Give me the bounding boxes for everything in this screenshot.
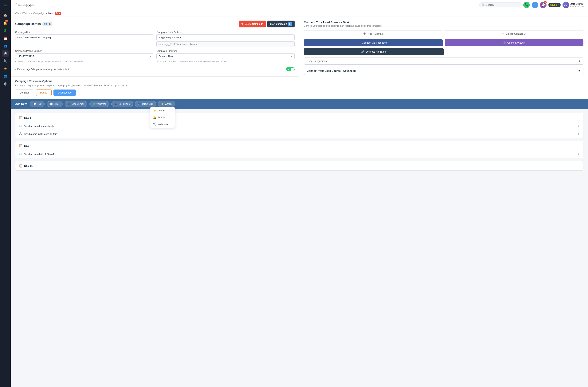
campaign-email-input[interactable] [156, 34, 294, 40]
action-item-icon: ⚡ [153, 109, 156, 112]
facebook-button[interactable]: f Connect Via Facebook [304, 39, 443, 46]
pause-button[interactable]: Pause [36, 90, 52, 96]
sidebar-item-home[interactable]: 🏠 [2, 12, 9, 19]
day-1-label: Day 1 [24, 116, 31, 119]
phone-hint: ● You won't be able to change the number… [15, 60, 153, 63]
upload-contacts-button[interactable]: ⬆ Upload Contact(S) [445, 30, 584, 37]
campaign-phone-label: Campaign Phone Number [15, 50, 153, 52]
response-title: Campaign Response Options [15, 80, 294, 83]
notification-badge: 10 [5, 20, 8, 22]
step-email-1130[interactable]: ✉️ Send an email At 11:30 AM ▼ [15, 150, 583, 158]
steps-area: 📋 Day 1 ✉️ Send an email Immediately ▼ 💬… [11, 109, 588, 387]
contacts-count: (0) [48, 23, 51, 25]
email-step-icon-4: ✉️ [19, 153, 22, 156]
logo-name: salespype [18, 3, 34, 7]
lead-source-basic-desc: Connect your lead source below to start … [304, 24, 584, 27]
form-row-2: Campaign Phone Number +15177605935 ● You… [15, 50, 294, 63]
add-text-button[interactable]: 💬 Text [30, 101, 45, 107]
step-chevron-4: ▼ [577, 153, 580, 156]
video-icon: 📹 [68, 103, 71, 105]
panel-header: Campaign Details 👥 (0) 🗑 Delete Campaign [15, 21, 294, 27]
lead-source-panel: Connect Your Lead Source - Basic Connect… [299, 17, 588, 99]
messages-btn[interactable]: 💬 10 [540, 2, 546, 8]
sidebar: ☰ 🏠 🔔 10 💲 📅 👥 📢 🔍 ⚡ 🌐 ⚙️ [0, 0, 11, 387]
response-section: Campaign Response Options If a contact r… [11, 76, 299, 99]
lead-source-advanced[interactable]: Connect Your Lead Source - Advanced ▼ [304, 67, 584, 75]
activity-item-icon: 🔔 [153, 116, 156, 119]
direct-integrations-label: Direct integrations [307, 60, 327, 63]
lead-source-basic-title: Connect Your Lead Source - Basic [304, 21, 584, 24]
step-email-text: Send an email Immediately [24, 125, 54, 128]
email-step-icon: ✉️ [19, 125, 22, 128]
api-icon: 🔗 [503, 41, 506, 44]
email-icon: ✉️ [50, 103, 53, 105]
sidebar-item-billing[interactable]: 💲 [2, 27, 9, 34]
call-bridge-icon: 📞 [115, 103, 117, 105]
day-11-icon: 📋 [19, 164, 23, 168]
direct-integrations[interactable]: Direct integrations ▼ [304, 58, 584, 65]
start-campaign-button[interactable]: Start Campaign ▶ [267, 21, 294, 27]
sidebar-item-search[interactable]: 🔍 [2, 58, 9, 64]
response-desc: If a contact responds you can keep the c… [15, 84, 294, 87]
lead-advanced-title: Connect Your Lead Source - Advanced [307, 69, 356, 72]
sidebar-item-calendar[interactable]: 📅 [2, 35, 9, 42]
user-info[interactable]: JG Jeff Grimm info@gets3.com [563, 2, 584, 8]
voicemail-icon: 🎙️ [92, 103, 95, 105]
add-video-email-button[interactable]: 📹 Video Email [65, 101, 87, 107]
step-email-1130-text: Send an email At 11:30 AM [24, 153, 54, 156]
add-direct-mail-button[interactable]: 📬 Direct Mail [135, 101, 156, 107]
dropdown-item-activity[interactable]: 🔔 Activity [150, 114, 175, 121]
search-input[interactable] [486, 3, 519, 6]
user-email: info@gets3.com [570, 5, 584, 7]
delete-campaign-button[interactable]: 🗑 Delete Campaign [239, 21, 266, 27]
add-email-button[interactable]: ✉️ Email [47, 101, 63, 107]
dropdown-item-action[interactable]: ⚡ Action [150, 107, 175, 114]
add-voicemail-button[interactable]: 🎙️ Voicemail [89, 101, 109, 107]
dropdown-item-webhook[interactable]: 🔧 Webhook [150, 121, 175, 128]
unsubscribe-button[interactable]: Unsubscribe [53, 90, 76, 96]
day-4-label: Day 4 [24, 144, 31, 147]
webhook-item-icon: 🔧 [153, 123, 156, 126]
campaign-details-panel: Campaign Details 👥 (0) 🗑 Delete Campaign [11, 17, 299, 99]
chevron-down-icon: ▼ [578, 60, 581, 63]
zapier-button[interactable]: 🔗 Connect Via Zapier [304, 48, 444, 55]
lead-source-grid-top: ➕ Add A Contact ⬆ Upload Contact(S) [304, 30, 584, 37]
day-block-4: 📋 Day 4 ✉️ Send an email At 11:30 AM ▼ [15, 141, 584, 158]
phone-btn[interactable]: 📞 [523, 2, 530, 8]
main-container: // salespype 🔍 📞 ＋ 💬 10 $305.87 JG Jeff … [11, 0, 588, 387]
add-btn[interactable]: ＋ [532, 2, 538, 8]
panel-title: Campaign Details 👥 (0) [15, 22, 53, 26]
campaign-timezone-select[interactable]: Eastern Time [156, 53, 294, 59]
day-4-icon: 📋 [19, 144, 23, 147]
topnav-actions: 📞 ＋ 💬 10 $305.87 JG Jeff Grimm info@gets… [523, 2, 584, 8]
plus-icon: ➕ [363, 32, 366, 35]
add-call-bridge-button[interactable]: 📞 Call Bridge [111, 101, 133, 107]
timezone-hint: ● You won't be able to change the timezo… [156, 60, 294, 63]
campaign-name-input[interactable] [15, 34, 153, 40]
sidebar-item-globe[interactable]: 🌐 [2, 73, 9, 80]
pause-toggle[interactable] [286, 67, 294, 71]
search-icon: 🔍 [482, 3, 485, 6]
sms-step-icon: 💬 [19, 132, 22, 136]
delete-label: Delete Campaign [245, 23, 263, 25]
continue-button[interactable]: Continue [15, 90, 34, 96]
action-dropdown-menu: ⚡ Action 🔔 Activity 🔧 Webhook [150, 107, 175, 128]
start-label: Start Campaign [270, 23, 287, 25]
step-sms-15min[interactable]: 💬 Send a sms in 0 Hours 15 Min ▼ [15, 130, 583, 138]
step-email-immediate[interactable]: ✉️ Send an email Immediately ▼ [15, 122, 583, 130]
hamburger-menu[interactable]: ☰ [2, 2, 8, 10]
api-button[interactable]: 🔗 Connect Via API [445, 39, 584, 46]
add-contact-button[interactable]: ➕ Add A Contact [304, 30, 443, 37]
campaign-phone-select[interactable]: +15177605935 [15, 53, 153, 59]
step-sms-text: Send a sms in 0 Hours 15 Min [24, 133, 57, 136]
action-dropdown-trigger[interactable]: ⚡ Action [158, 101, 175, 107]
sidebar-item-contacts[interactable]: 👥 [2, 42, 9, 49]
logo[interactable]: // salespype [15, 3, 34, 7]
contacts-badge: 👥 (0) [42, 22, 53, 26]
campaign-phone-group: Campaign Phone Number +15177605935 ● You… [15, 50, 153, 63]
sidebar-item-automation[interactable]: ⚡ [2, 65, 9, 72]
sidebar-item-notifications[interactable]: 🔔 10 [2, 20, 9, 26]
logo-slashes: // [15, 3, 17, 7]
sidebar-item-campaigns[interactable]: 📢 [2, 50, 9, 57]
sidebar-item-settings[interactable]: ⚙️ [2, 80, 9, 87]
